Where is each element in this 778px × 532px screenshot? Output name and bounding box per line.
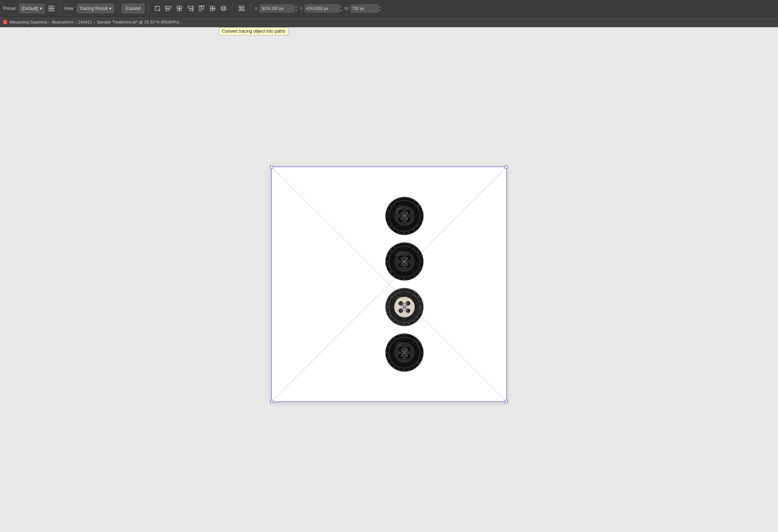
- x-label: X:: [254, 6, 258, 11]
- preset-dropdown[interactable]: [Default] ▾: [19, 4, 44, 13]
- separator-4: [232, 3, 233, 14]
- svg-point-68: [417, 249, 419, 251]
- svg-point-42: [403, 232, 405, 234]
- svg-point-74: [409, 277, 410, 279]
- view-dropdown[interactable]: Tracing Result ▾: [77, 4, 114, 13]
- svg-point-70: [421, 261, 423, 262]
- preset-label: Preset:: [3, 6, 17, 11]
- svg-rect-2: [49, 9, 51, 11]
- svg-point-80: [386, 261, 388, 262]
- arrange-icon[interactable]: [236, 4, 247, 13]
- doc-title: Masanting Sastreria – Illustrations – 24…: [10, 20, 183, 24]
- svg-point-117: [399, 289, 400, 291]
- svg-point-135: [417, 341, 419, 342]
- x-stepper[interactable]: ▲ ▼: [295, 4, 297, 12]
- separator-5: [250, 3, 251, 14]
- svg-point-48: [388, 210, 389, 212]
- separator-1: [60, 3, 60, 14]
- w-coord-field: W: ▲ ▼: [345, 4, 381, 12]
- svg-point-37: [421, 215, 422, 217]
- svg-point-116: [394, 292, 396, 294]
- svg-rect-21: [223, 6, 224, 11]
- svg-point-38: [420, 220, 421, 222]
- svg-point-67: [414, 246, 415, 247]
- svg-rect-1: [52, 6, 54, 8]
- transform-icon[interactable]: [152, 4, 163, 13]
- separator-2: [118, 3, 118, 14]
- artboard: [271, 167, 507, 402]
- svg-rect-22: [225, 7, 226, 10]
- doc-close-button[interactable]: ✕: [3, 20, 7, 24]
- svg-rect-12: [190, 9, 193, 11]
- svg-point-47: [386, 215, 388, 217]
- x-coord-field: X: ▲ ▼: [254, 4, 297, 12]
- view-chevron-icon: ▾: [109, 6, 111, 11]
- svg-point-139: [418, 362, 420, 364]
- svg-point-141: [409, 369, 410, 370]
- svg-point-136: [420, 346, 421, 348]
- svg-point-35: [418, 205, 420, 206]
- svg-point-149: [390, 341, 392, 343]
- svg-point-109: [398, 323, 399, 324]
- w-input[interactable]: [350, 4, 378, 12]
- svg-point-45: [390, 225, 392, 227]
- x-input[interactable]: [260, 4, 295, 12]
- align-top-icon[interactable]: [196, 4, 207, 13]
- align-middle-icon[interactable]: [207, 4, 218, 13]
- svg-point-78: [390, 271, 392, 273]
- svg-point-84: [399, 243, 400, 245]
- svg-point-102: [420, 301, 422, 303]
- svg-point-137: [421, 352, 423, 353]
- distribute-icon[interactable]: [218, 4, 229, 13]
- x-down-icon[interactable]: ▼: [295, 8, 297, 12]
- svg-point-133: [409, 334, 410, 335]
- view-label: View:: [64, 6, 75, 11]
- svg-point-83: [394, 246, 395, 248]
- align-right-icon[interactable]: [185, 4, 196, 13]
- y-up-icon[interactable]: ▲: [340, 4, 342, 8]
- w-stepper[interactable]: ▲ ▼: [378, 4, 381, 12]
- handle-bottom-right[interactable]: [505, 400, 508, 403]
- svg-point-112: [387, 312, 389, 313]
- svg-point-146: [387, 357, 389, 359]
- grid-icon[interactable]: [47, 4, 56, 13]
- w-down-icon[interactable]: ▼: [378, 8, 381, 12]
- align-left-icon[interactable]: [163, 4, 174, 13]
- svg-point-76: [398, 277, 400, 279]
- svg-point-44: [393, 229, 395, 230]
- svg-point-140: [414, 366, 415, 367]
- w-label: W:: [345, 6, 349, 11]
- svg-rect-20: [221, 7, 222, 10]
- svg-point-138: [420, 357, 422, 359]
- view-value: Tracing Result: [79, 6, 108, 11]
- button-sketch-1: [382, 194, 427, 238]
- y-input[interactable]: [304, 4, 339, 12]
- handle-top-left[interactable]: [270, 166, 273, 169]
- w-up-icon[interactable]: ▲: [378, 4, 381, 8]
- svg-point-151: [399, 334, 400, 336]
- y-label: Y:: [300, 6, 303, 11]
- svg-point-150: [394, 337, 395, 339]
- align-center-icon[interactable]: [174, 4, 185, 13]
- handle-bottom-left[interactable]: [270, 400, 273, 403]
- svg-point-111: [390, 316, 392, 318]
- expand-button[interactable]: Expand: [122, 4, 145, 13]
- button-sketch-2: [382, 240, 427, 284]
- svg-point-148: [387, 346, 389, 348]
- svg-point-73: [414, 275, 415, 276]
- svg-point-104: [420, 312, 421, 313]
- svg-point-41: [408, 231, 410, 233]
- handle-top-right[interactable]: [505, 166, 508, 169]
- svg-point-134: [414, 337, 415, 338]
- buttons-container: [382, 194, 427, 375]
- y-stepper[interactable]: ▲ ▼: [340, 4, 342, 12]
- svg-point-99: [409, 289, 411, 290]
- svg-point-98: [404, 288, 406, 290]
- svg-point-66: [409, 243, 410, 244]
- x-up-icon[interactable]: ▲: [295, 4, 297, 8]
- svg-point-49: [390, 205, 392, 207]
- svg-rect-14: [199, 6, 201, 11]
- svg-rect-6: [166, 9, 169, 11]
- svg-point-103: [421, 306, 422, 308]
- y-down-icon[interactable]: ▼: [340, 8, 342, 12]
